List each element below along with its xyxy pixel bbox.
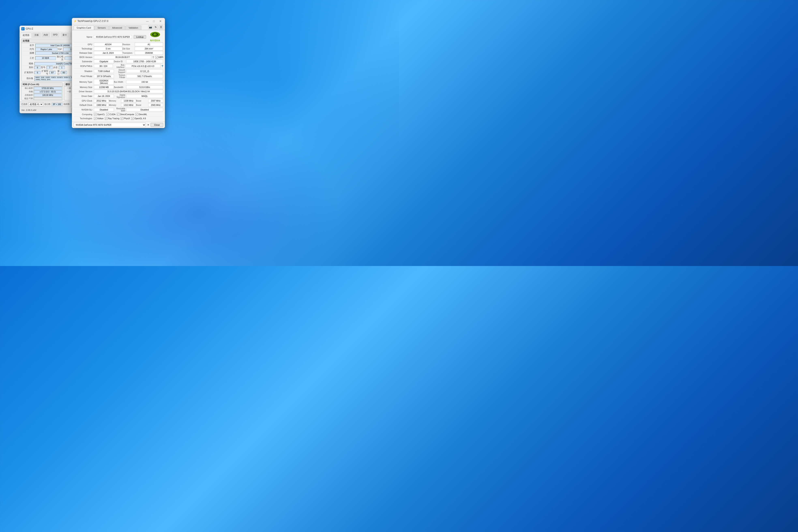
gpuz-opengl-checkbox: ✓ OpenGL 4.6 bbox=[131, 117, 146, 120]
cpuz-fsb-label: 锁定 FSB bbox=[22, 97, 34, 100]
gpuz-technologies-checkboxes: ✓ Vulkan ✓ Ray Tracing ✓ PhysX ✓ OpenGL … bbox=[94, 117, 163, 120]
gpuz-camera-icon-btn[interactable]: 📷 bbox=[148, 25, 153, 29]
gpuz-title: TechPowerUp GPU-Z 2.57.0 bbox=[77, 20, 108, 22]
cpuz-model-label: 型号 bbox=[41, 66, 46, 69]
gpuz-revision-label: Revision bbox=[122, 43, 135, 45]
gpuz-close-btn[interactable]: ✕ bbox=[157, 19, 163, 23]
cpuz-family-label: 系列 bbox=[22, 66, 35, 69]
cpuz-tab-graphics[interactable]: 显卡 bbox=[60, 33, 69, 37]
gpuz-die-size-label: Die Size bbox=[122, 48, 135, 50]
gpuz-driver-date-value: Jan 18, 2024 bbox=[94, 94, 114, 98]
gpuz-opencl-checkbox: ✓ OpenCL bbox=[94, 113, 105, 116]
cpuz-tab-spd[interactable]: SPD bbox=[51, 33, 60, 37]
gpuz-gpu-row: GPU AD104 Revision A1 bbox=[74, 42, 163, 46]
gpuz-window[interactable]: ⚡ TechPowerUp GPU-Z 2.57.0 — □ ✕ Graphic… bbox=[72, 18, 165, 128]
gpuz-uefi-check[interactable]: ✓ bbox=[155, 56, 158, 59]
gpuz-memory-type-label: Memory Type bbox=[74, 81, 94, 83]
gpuz-gpu-label: GPU bbox=[74, 43, 94, 45]
gpuz-tab-graphics-card[interactable]: Graphics Card bbox=[74, 25, 94, 30]
gpuz-directx-label: DirectX Support bbox=[114, 69, 126, 73]
cpuz-tab-mainboard[interactable]: 主板 bbox=[32, 33, 41, 37]
cpuz-tab-processor[interactable]: 处理器 bbox=[20, 33, 32, 38]
gpuz-rops-tmus-value: 80 / 224 bbox=[94, 64, 113, 68]
cpuz-tab-memory[interactable]: 内存 bbox=[41, 33, 50, 37]
gpuz-rops-tmus-label: ROPs/TMUs bbox=[74, 65, 94, 67]
gpuz-share-icon[interactable]: ⇧ bbox=[152, 56, 154, 59]
gpuz-name-value: NVIDIA GeForce RTX 4070 SUPER bbox=[94, 35, 132, 39]
cpuz-clock-title: 时钟 (P-Core #0) bbox=[21, 83, 63, 87]
gpuz-rops-row: ROPs/TMUs 80 / 224 Bus Interface PCIe x1… bbox=[74, 64, 163, 69]
nvidia-text: NVIDIA bbox=[150, 39, 160, 42]
gpuz-directcompute-label: DirectCompute bbox=[120, 113, 134, 116]
gpuz-opencl-label: OpenCL bbox=[97, 113, 105, 116]
gpuz-close-button[interactable]: Close bbox=[151, 123, 163, 127]
gpuz-default-memory-value: 1313 MHz bbox=[121, 103, 136, 107]
cpuz-stepping-label: 步进 bbox=[53, 66, 59, 69]
gpuz-ray-tracing-label: Ray Tracing bbox=[108, 117, 119, 120]
gpuz-computing-row: Computing ✓ OpenCL ✓ CUDA ✓ DirectComput… bbox=[74, 112, 163, 116]
gpuz-dropdown-arrow[interactable]: ▼ bbox=[147, 124, 149, 126]
cpuz-tdp-label: TDP bbox=[57, 48, 63, 51]
cpuz-core-speed-label: 核心速度 bbox=[22, 87, 34, 90]
cpuz-voltage-label: 核心电压 bbox=[56, 55, 65, 61]
gpuz-bus-width-label: Bus Width bbox=[114, 81, 126, 83]
svg-point-2 bbox=[153, 33, 157, 36]
cpuz-already-selected-label: 已选择 bbox=[21, 103, 27, 106]
gpuz-default-clock-row: Default Clock 1980 MHz Memory 1313 MHz B… bbox=[74, 103, 163, 107]
cpuz-app-icon: Z bbox=[21, 27, 24, 31]
gpuz-gpu-clock-label: GPU Clock bbox=[74, 99, 94, 102]
cpuz-thread-count-label: 线程数 bbox=[64, 103, 70, 106]
cpuz-fsb-value bbox=[34, 97, 62, 100]
gpuz-transistors-label: Transistors bbox=[122, 52, 135, 54]
cpuz-revision-label: 修订 bbox=[56, 70, 61, 75]
gpuz-tab-advanced[interactable]: Advanced bbox=[109, 25, 125, 30]
gpuz-technologies-row: Technologies ✓ Vulkan ✓ Ray Tracing ✓ Ph… bbox=[74, 116, 163, 120]
gpuz-tab-validation[interactable]: Validation bbox=[126, 25, 141, 30]
gpuz-computing-label: Computing bbox=[74, 113, 94, 116]
gpuz-bus-help-icon[interactable]: ? bbox=[162, 64, 163, 68]
gpuz-memory-size-label: Memory Size bbox=[74, 86, 94, 89]
cpuz-model-value: 7 bbox=[46, 66, 53, 69]
gpuz-restore-btn[interactable]: □ bbox=[151, 19, 157, 23]
gpuz-memory-type-value: GDDR6X (Micron) bbox=[94, 79, 114, 85]
cpuz-fsb-row: 锁定 FSB bbox=[21, 97, 63, 100]
cpuz-core-count-value: 8P + 16E bbox=[52, 103, 62, 106]
gpuz-driver-version-value: 31.0.15.5123 (NVIDIA 551.23) DCH / Win11… bbox=[94, 90, 163, 93]
gpuz-subvendor-value: Gigabyte bbox=[94, 60, 114, 63]
gpuz-pixel-fillrate-value: 207.8 GPixel/s bbox=[94, 74, 114, 78]
gpuz-refresh-icon-btn[interactable]: ↻ bbox=[153, 25, 158, 29]
gpuz-gpu-clock-value: 2012 MHz bbox=[94, 99, 109, 102]
cpuz-codename-label: 代号 bbox=[23, 48, 35, 51]
gpuz-physx-checkbox: ✓ PhysX bbox=[121, 117, 130, 120]
gpuz-device-select[interactable]: NVIDIA GeForce RTX 4070 SUPER bbox=[74, 123, 146, 127]
gpuz-lookup-btn[interactable]: Lookup bbox=[134, 35, 146, 39]
gpuz-resizable-bar-value: Disabled bbox=[126, 108, 163, 112]
cpuz-core-speed-row: 核心速度 5700.00 MHz bbox=[21, 87, 63, 90]
cpuz-bus-speed-label: 总线速度 bbox=[22, 94, 34, 96]
gpuz-tab-sensors[interactable]: Sensors bbox=[94, 25, 109, 30]
gpuz-directml-checkbox: ✓ DirectML bbox=[135, 113, 147, 116]
gpuz-driver-version-row: Driver Version 31.0.15.5123 (NVIDIA 551.… bbox=[74, 90, 163, 94]
gpuz-technologies-label: Technologies bbox=[74, 117, 94, 120]
gpuz-bus-interface-label: Bus Interface bbox=[113, 64, 125, 68]
gpuz-release-date-value: Jan 8, 2024 bbox=[94, 51, 122, 55]
cpuz-name-label: 名字 bbox=[23, 44, 35, 47]
gpuz-default-boost-label: Boost bbox=[136, 104, 148, 106]
gpuz-uefi-checkbox[interactable]: ✓ UEFI bbox=[155, 56, 163, 59]
gpuz-minimize-btn[interactable]: — bbox=[145, 19, 150, 23]
cpuz-processor-select[interactable]: 处理器 #1 bbox=[28, 102, 43, 106]
gpuz-bandwidth-value: 513.8 GB/s bbox=[126, 86, 163, 89]
cpuz-stepping-value: 1 bbox=[59, 66, 65, 69]
gpuz-bus-width-value: 192 bit bbox=[126, 80, 163, 84]
cpuz-multiplier-row: 倍频 x 57.0 (8.0 - 60.0) bbox=[21, 90, 63, 93]
gpuz-subvendor-row: Subvendor Gigabyte Device ID 10DE 2783 -… bbox=[74, 59, 163, 64]
gpuz-shaders-value: 7168 Unified bbox=[94, 69, 114, 73]
gpuz-vulkan-label: Vulkan bbox=[97, 117, 103, 120]
gpuz-menu-icon-btn[interactable]: ☰ bbox=[159, 25, 163, 29]
gpuz-driver-date-row: Driver Date Jan 18, 2024 Digital Signatu… bbox=[74, 94, 163, 99]
gpuz-vulkan-checkbox: ✓ Vulkan bbox=[94, 117, 103, 120]
cpuz-ext-family-value: 6 bbox=[35, 71, 41, 74]
cpuz-multiplier-value: x 57.0 (8.0 - 60.0) bbox=[34, 90, 62, 93]
gpuz-shaders-row: Shaders 7168 Unified DirectX Support 12 … bbox=[74, 69, 163, 74]
gpuz-revision-value: A1 bbox=[135, 42, 163, 46]
